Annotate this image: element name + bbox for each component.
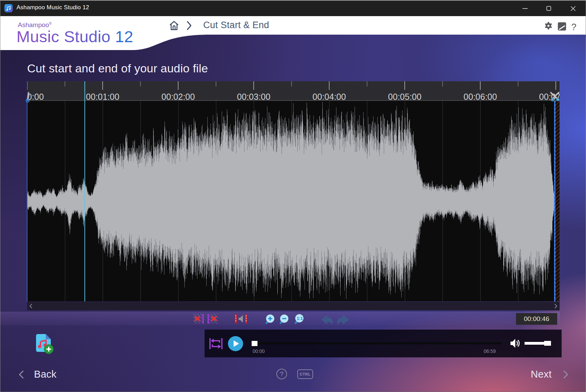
svg-text:Music Studio 12: Music Studio 12 (16, 27, 133, 46)
svg-text:?: ? (571, 22, 576, 32)
svg-text:1:1: 1:1 (297, 316, 303, 321)
